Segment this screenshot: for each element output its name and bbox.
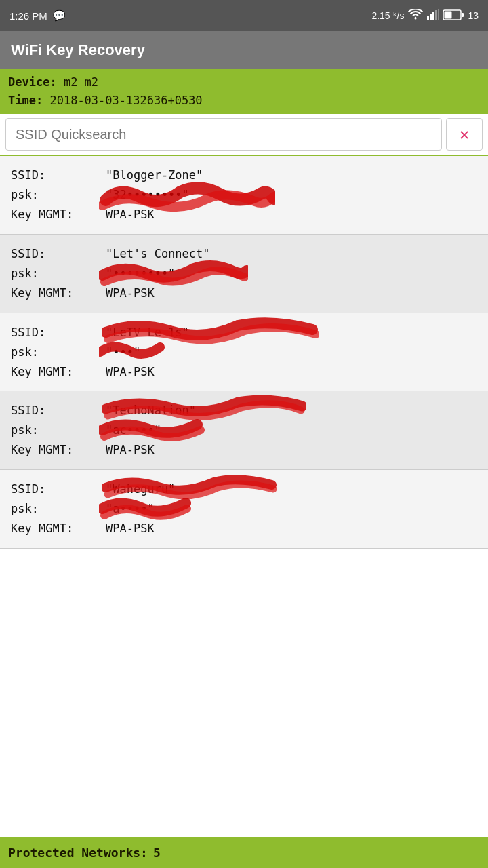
battery-icon [443,9,464,22]
wifi-icon [408,9,423,22]
network-item[interactable]: SSID: "Blogger-Zone" psk: "32••••••••" K… [0,156,488,235]
ssid-value-2: "Let's Connect" [106,244,210,264]
clear-button[interactable]: ✕ [446,118,483,151]
app-bar: WiFi Key Recovery [0,31,488,69]
protected-count: 5 [153,846,161,860]
speed: 2.15 ᵏ/s [371,10,404,21]
psk-label: psk: [11,342,106,362]
psk-value-3: "•••" [106,342,140,362]
psk-label: psk: [11,185,106,205]
keymgmt-row: Key MGMT: WPA-PSK [11,440,477,460]
keymgmt-label: Key MGMT: [11,440,106,460]
svg-rect-4 [435,10,437,20]
status-right: 2.15 ᵏ/s [371,9,479,22]
network-item[interactable]: SSID: "TechoNation" psk: "ac••••" Key MG… [0,391,488,470]
keymgmt-label: Key MGMT: [11,205,106,224]
ssid-value-4: "TechoNation" [106,401,196,420]
network-list: SSID: "Blogger-Zone" psk: "32••••••••" K… [0,156,488,837]
device-row: Device: m2 m2 [8,73,480,92]
bottom-bar: Protected Networks: 5 [0,837,488,868]
app-title: WiFi Key Recovery [11,41,145,59]
network-item[interactable]: SSID: "Let's Connect" psk: "••••••••" Ke… [0,235,488,313]
ssid-value-1: "Blogger-Zone" [106,165,203,185]
svg-rect-1 [427,16,429,20]
chat-icon: 💬 [53,9,66,22]
keymgmt-row: Key MGMT: WPA-PSK [11,362,477,382]
psk-label: psk: [11,420,106,440]
svg-point-0 [415,17,417,19]
device-value: m2 m2 [64,75,98,89]
psk-label: psk: [11,264,106,283]
status-bar: 1:26 PM 💬 2.15 ᵏ/s [0,0,488,31]
keymgmt-label: Key MGMT: [11,362,106,382]
search-input[interactable] [5,118,442,151]
keymgmt-value-1: WPA-PSK [106,205,155,224]
battery-level: 13 [468,10,479,21]
ssid-label: SSID: [11,323,106,342]
time: 1:26 PM [9,10,47,22]
status-left: 1:26 PM 💬 [9,9,66,22]
ssid-label: SSID: [11,244,106,264]
ssid-value-5: "Waheguru" [106,479,175,499]
keymgmt-value-4: WPA-PSK [106,440,155,460]
svg-rect-5 [438,9,439,20]
ssid-row: SSID: "Waheguru" [11,479,477,499]
ssid-label: SSID: [11,479,106,499]
ssid-label: SSID: [11,401,106,420]
keymgmt-label: Key MGMT: [11,283,106,303]
psk-value-1: "32••••••••" [106,185,189,205]
device-label: Device: [8,75,57,89]
ssid-row: SSID: "TechoNation" [11,401,477,420]
psk-value-5: "a••••" [106,499,155,519]
protected-label: Protected Networks: [8,846,148,860]
close-icon: ✕ [460,125,469,144]
psk-row: psk: "a••••" [11,499,477,519]
network-item[interactable]: SSID: "LeTV Le 1s" psk: "•••" Key MGMT: … [0,313,488,392]
ssid-row: SSID: "LeTV Le 1s" [11,323,477,342]
ssid-label: SSID: [11,165,106,185]
keymgmt-row: Key MGMT: WPA-PSK [11,519,477,538]
psk-row: psk: "ac••••" [11,420,477,440]
svg-rect-8 [445,11,452,18]
time-label: Time: [8,94,43,107]
signal-icon [427,9,439,22]
psk-row: psk: "32••••••••" [11,185,477,205]
svg-rect-2 [430,14,432,20]
psk-value-4: "ac••••" [106,420,161,440]
network-item[interactable]: SSID: "Waheguru" psk: "a••••" Key MGMT: [0,470,488,549]
psk-value-2: "••••••••" [106,264,175,283]
time-row: Time: 2018-03-03-132636+0530 [8,92,480,110]
psk-row: psk: "•••" [11,342,477,362]
psk-row: psk: "••••••••" [11,264,477,283]
ssid-value-3: "LeTV Le 1s" [106,323,189,342]
ssid-row: SSID: "Blogger-Zone" [11,165,477,185]
keymgmt-row: Key MGMT: WPA-PSK [11,283,477,303]
keymgmt-label: Key MGMT: [11,519,106,538]
svg-rect-7 [462,13,464,17]
svg-rect-3 [432,12,434,20]
keymgmt-value-2: WPA-PSK [106,283,155,303]
keymgmt-row: Key MGMT: WPA-PSK [11,205,477,224]
time-value: 2018-03-03-132636+0530 [49,94,202,107]
search-bar: ✕ [0,114,488,156]
keymgmt-value-3: WPA-PSK [106,362,155,382]
psk-label: psk: [11,499,106,519]
keymgmt-value-5: WPA-PSK [106,519,155,538]
ssid-row: SSID: "Let's Connect" [11,244,477,264]
info-bar: Device: m2 m2 Time: 2018-03-03-132636+05… [0,69,488,114]
